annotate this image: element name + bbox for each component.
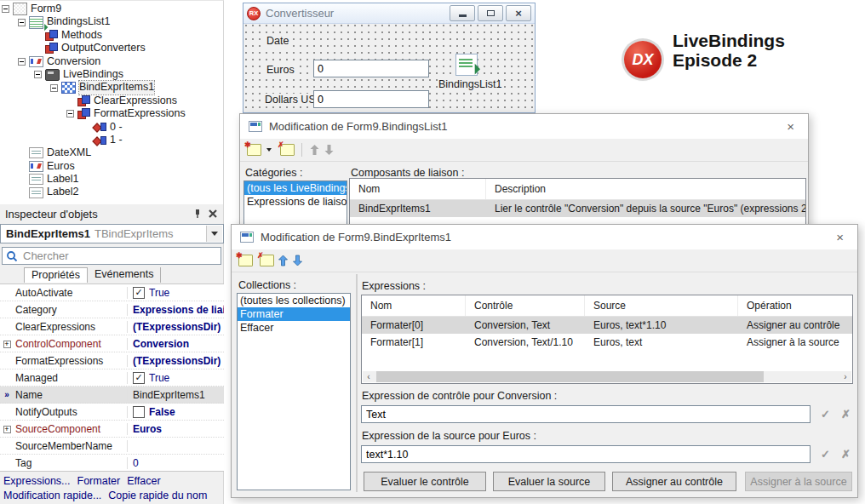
property-row[interactable]: SourceMemberName — [0, 438, 224, 455]
effacer-link[interactable]: Effacer — [127, 475, 160, 487]
quick-copy-link[interactable]: Copie rapide du nom — [108, 490, 207, 501]
minimize-button[interactable] — [450, 5, 475, 21]
property-row[interactable]: ClearExpressions(TExpressionsDir) — [0, 318, 224, 335]
evaluate-control-button[interactable]: Evaluer le contrôle — [364, 472, 486, 491]
assign-to-source-button-disabled[interactable]: Assigner à la source — [745, 472, 852, 491]
property-row[interactable]: FormatExpressions(TExpressionsDir) — [0, 352, 224, 369]
date-label[interactable]: Date — [265, 35, 290, 47]
scrollbar-thumb[interactable] — [376, 371, 764, 382]
property-value[interactable]: BindExprItems1 — [133, 389, 205, 401]
checkbox-unchecked-icon[interactable] — [133, 406, 145, 418]
move-up-button-disabled[interactable] — [309, 144, 320, 156]
dialog-titlebar[interactable]: Modification de Form9.BindExprItems1 × — [232, 225, 857, 249]
bindingslist-component-icon[interactable] — [455, 54, 478, 76]
table-row-selected[interactable]: BindExprItems1 Lier le contrôle "Convers… — [350, 200, 805, 217]
column-header-description[interactable]: Description — [486, 179, 805, 199]
close-button[interactable]: × — [506, 5, 531, 21]
category-item[interactable]: Expressions de liaison — [244, 195, 347, 209]
property-value[interactable]: 0 — [133, 457, 139, 469]
collapse-icon[interactable] — [2, 5, 9, 13]
maximize-button[interactable] — [478, 5, 503, 21]
property-value[interactable]: True — [149, 287, 169, 299]
clear-source-expression-icon[interactable]: ✗ — [841, 448, 851, 461]
collapse-icon[interactable] — [66, 110, 74, 117]
tab-proprietes[interactable]: Propriétés — [24, 267, 88, 283]
delete-item-button[interactable]: ✗ — [280, 144, 295, 156]
dollars-input[interactable] — [314, 91, 428, 107]
tree-item[interactable]: LiveBindings — [0, 68, 223, 81]
column-header-source[interactable]: Source — [585, 295, 738, 316]
euros-field[interactable] — [313, 60, 429, 77]
property-value[interactable]: Expressions de liaison — [133, 304, 224, 316]
dollars-field[interactable] — [313, 90, 429, 108]
property-row[interactable]: ManagedTrue — [0, 369, 224, 387]
expressions-link[interactable]: Expressions... — [3, 475, 71, 487]
tab-evenements[interactable]: Evénements — [88, 267, 161, 283]
formater-link[interactable]: Formater — [77, 475, 121, 487]
property-row[interactable]: +ControlComponentConversion — [0, 335, 224, 352]
property-row[interactable]: AutoActivateTrue — [0, 284, 224, 301]
move-down-button-disabled[interactable] — [324, 144, 335, 156]
euros-input[interactable] — [314, 60, 428, 77]
euros-label[interactable]: Euros — [265, 64, 296, 76]
tree-item[interactable]: BindingsList1 — [0, 15, 223, 28]
tree-item[interactable]: ClearExpressions — [0, 94, 223, 107]
close-icon[interactable]: × — [831, 229, 849, 245]
add-item-dropdown-icon[interactable] — [266, 148, 272, 152]
tree-item[interactable]: FormatExpressions — [0, 107, 223, 120]
validate-control-expression-icon[interactable]: ✓ — [821, 408, 830, 421]
pin-icon[interactable] — [192, 209, 203, 219]
property-value[interactable]: (TExpressionsDir) — [133, 355, 221, 367]
scroll-left-icon[interactable]: ‹ — [363, 371, 375, 382]
category-item-selected[interactable]: (tous les LiveBindings) — [244, 181, 347, 195]
tree-item[interactable]: 1 - — [0, 134, 223, 146]
validate-source-expression-icon[interactable]: ✓ — [821, 448, 830, 461]
property-value[interactable]: (TExpressionsDir) — [133, 321, 221, 333]
property-row-selected[interactable]: »NameBindExprItems1 — [0, 387, 224, 404]
add-item-button[interactable]: ✱ — [247, 144, 261, 156]
close-icon[interactable]: × — [782, 118, 799, 135]
move-down-button[interactable] — [292, 255, 303, 266]
collapse-icon[interactable] — [18, 58, 26, 66]
dollars-label[interactable]: Dollars US — [263, 94, 318, 106]
search-input[interactable] — [21, 249, 221, 263]
quick-edit-link[interactable]: Modification rapide... — [3, 490, 101, 501]
window-titlebar[interactable]: RX Convertisseur × — [243, 3, 535, 24]
tree-item[interactable]: DateXML — [0, 146, 223, 159]
column-header-controle[interactable]: Contrôle — [466, 295, 585, 316]
source-expression-field[interactable] — [361, 445, 811, 463]
evaluate-source-button[interactable]: Evaluer la source — [493, 472, 605, 491]
property-search[interactable] — [2, 247, 221, 265]
add-item-button[interactable]: ✱ — [238, 255, 253, 266]
checkbox-checked-icon[interactable] — [133, 287, 145, 299]
table-row[interactable]: Formater[1] Conversion, Text/1.10 Euros,… — [362, 334, 852, 351]
column-header-nom[interactable]: Nom — [350, 179, 486, 199]
tree-item[interactable]: Euros — [0, 160, 223, 173]
collection-item[interactable]: (toutes les collections) — [238, 294, 350, 307]
property-value[interactable]: True — [149, 372, 169, 384]
checkbox-checked-icon[interactable] — [133, 372, 145, 384]
collapse-icon[interactable] — [18, 19, 26, 26]
property-row[interactable]: +SourceComponentEuros — [0, 421, 224, 438]
column-header-operation[interactable]: Opération — [738, 295, 852, 316]
splitter[interactable] — [356, 274, 358, 492]
dialog-titlebar[interactable]: Modification de Form9.BindingsList1 × — [240, 114, 808, 139]
collapse-icon[interactable] — [34, 71, 42, 78]
close-icon[interactable] — [208, 209, 218, 219]
tree-item[interactable]: Form9 — [0, 3, 223, 15]
collapse-icon[interactable] — [50, 84, 58, 92]
source-expression-input[interactable] — [362, 446, 810, 462]
form-designer-surface[interactable]: Date Euros Dollars US BindingsList1 — [244, 24, 534, 112]
control-expression-input[interactable] — [362, 406, 810, 422]
property-row[interactable]: CategoryExpressions de liaison — [0, 301, 224, 318]
scroll-right-icon[interactable]: › — [839, 371, 851, 382]
property-value[interactable]: False — [149, 406, 175, 418]
horizontal-scrollbar[interactable]: ‹ › — [363, 371, 851, 382]
expand-icon[interactable]: + — [3, 426, 11, 433]
tree-item[interactable]: 0 - — [0, 121, 223, 134]
clear-control-expression-icon[interactable]: ✗ — [841, 408, 851, 421]
property-value[interactable]: Euros — [133, 423, 162, 435]
collection-item[interactable]: Effacer — [238, 321, 350, 335]
assign-to-control-button[interactable]: Assigner au contrôle — [612, 472, 736, 491]
collection-item-selected[interactable]: Formater — [238, 307, 350, 321]
